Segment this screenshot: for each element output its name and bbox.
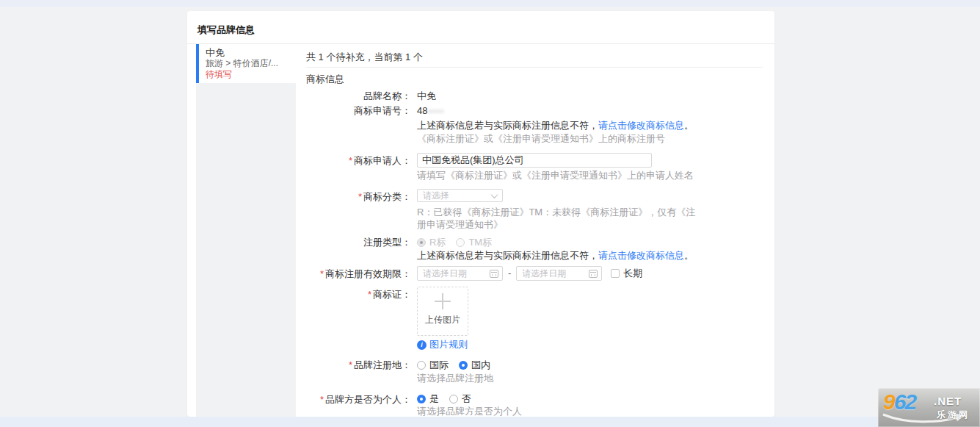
radio-international[interactable]: [417, 361, 426, 370]
upload-image-button[interactable]: 上传图片: [417, 287, 468, 336]
radio-tm-mark: [456, 238, 465, 247]
row-applicant: *商标申请人： 请填写《商标注册证》或《注册申请受理通知书》上的申请人姓名: [306, 153, 763, 181]
sidebar-category-path: 旅游 > 特价酒店/...: [206, 58, 290, 69]
row-validity: *商标注册有效期限： 请选择日期 - 请选择日期 长期: [306, 266, 763, 281]
modify-trademark-link[interactable]: 请点击修改商标信息: [598, 120, 684, 131]
classification-hint: R：已获得《商标注册证》TM：未获得《商标注册证》，仅有《注 册申请受理通知书》: [417, 206, 695, 231]
form-area: 共 1 个待补充，当前第 1 个 商标信息 品牌名称： 中免 商标申请号： 48…: [306, 44, 763, 420]
classification-label: *商标分类：: [306, 189, 411, 203]
reg-place-hint: 请选择品牌注册地: [417, 373, 493, 384]
watermark-logo: 962 .NET 乐游网: [878, 388, 980, 427]
long-term-checkbox[interactable]: [611, 269, 620, 278]
chevron-down-icon: [491, 191, 498, 198]
validity-label: *商标注册有效期限：: [306, 266, 411, 280]
validity-start-date-input[interactable]: 请选择日期: [417, 266, 503, 281]
row-reg-type: 注册类型： R标 TM标 上述商标信息若与实际商标注册信息不符，请点击修改商标信…: [306, 237, 763, 262]
brand-name-value: 中免: [417, 90, 436, 102]
date-range-separator: -: [508, 266, 511, 281]
validity-end-date-input[interactable]: 请选择日期: [516, 266, 602, 281]
panel-header: 填写品牌信息: [187, 11, 774, 44]
trademark-no-hint: 《商标注册证》或《注册申请受理通知书》上的商标注册号: [417, 132, 694, 146]
reg-place-label: *品牌注册地：: [306, 360, 411, 370]
brand-info-panel: 填写品牌信息 中免 旅游 > 特价酒店/... 待填写 共 1 个待补充，当前第…: [187, 11, 774, 417]
progress-text: 共 1 个待补充，当前第 1 个: [306, 44, 763, 68]
row-is-individual: *品牌方是否为个人： 是 否 请选择品牌方是否为个人: [306, 394, 763, 417]
trademark-no-label: 商标申请号：: [306, 105, 411, 117]
calendar-icon: [589, 270, 598, 278]
reg-type-label: 注册类型：: [306, 237, 411, 248]
radio-no[interactable]: [449, 395, 458, 403]
brand-name-label: 品牌名称：: [306, 90, 411, 102]
modify-trademark-link-2[interactable]: 请点击修改商标信息: [598, 250, 684, 261]
info-icon: [417, 340, 427, 350]
sidebar-status-badge: 待填写: [206, 69, 290, 80]
row-classification: *商标分类： 请选择 R：已获得《商标注册证》TM：未获得《商标注册证》，仅有《…: [306, 189, 763, 231]
image-rules-link[interactable]: 图片规则: [429, 338, 468, 351]
applicant-hint: 请填写《商标注册证》或《注册申请受理通知书》上的申请人姓名: [417, 171, 694, 181]
top-strip: [0, 0, 980, 7]
watermark-site-name: 乐游网: [937, 409, 970, 421]
watermark-net: .NET: [934, 395, 962, 407]
sidebar-filler: [196, 83, 296, 420]
is-individual-label: *品牌方是否为个人：: [306, 394, 411, 405]
certificate-label: *商标证：: [306, 287, 411, 301]
long-term-label: 长期: [623, 267, 642, 280]
classification-placeholder: 请选择: [423, 190, 449, 202]
sidebar-brand-name: 中免: [206, 47, 290, 58]
trademark-no-value: 48•••••: [417, 105, 694, 118]
classification-select[interactable]: 请选择: [417, 189, 503, 202]
reg-type-note: 上述商标信息若与实际商标注册信息不符，请点击修改商标信息。: [417, 250, 694, 262]
radio-domestic[interactable]: [459, 361, 468, 370]
sidebar: 中免 旅游 > 特价酒店/... 待填写: [196, 44, 296, 420]
plus-icon: [435, 293, 451, 309]
radio-r-mark: [417, 238, 426, 247]
row-brand-name: 品牌名称： 中免: [306, 90, 763, 102]
watermark-number: 962: [883, 391, 915, 413]
masked-digits: •••••: [427, 107, 444, 115]
section-title: 商标信息: [306, 74, 763, 85]
applicant-input[interactable]: [417, 153, 652, 168]
row-trademark-no: 商标申请号： 48••••• 上述商标信息若与实际商标注册信息不符，请点击修改商…: [306, 105, 763, 146]
trademark-mismatch-note: 上述商标信息若与实际商标注册信息不符，请点击修改商标信息。: [417, 119, 694, 132]
radio-yes[interactable]: [417, 395, 426, 403]
sidebar-item-brand[interactable]: 中免 旅游 > 特价酒店/... 待填写: [196, 44, 296, 83]
applicant-label: *商标申请人：: [306, 153, 411, 167]
row-reg-place: *品牌注册地： 国际 国内 请选择品牌注册地: [306, 360, 763, 384]
is-individual-hint: 请选择品牌方是否为个人: [417, 406, 522, 417]
bottom-strip: [0, 417, 980, 427]
row-certificate: *商标证： 上传图片 图片规则: [306, 287, 763, 351]
page-title: 填写品牌信息: [197, 24, 255, 35]
calendar-icon: [490, 270, 498, 278]
